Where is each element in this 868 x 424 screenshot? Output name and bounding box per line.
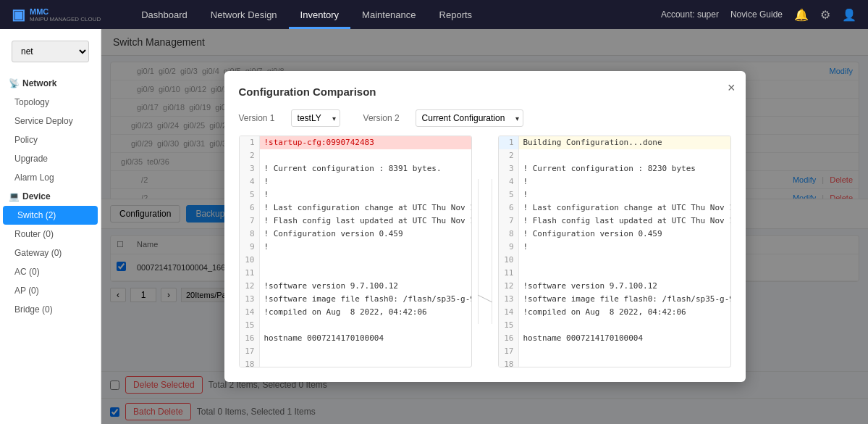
version2-label: Version 2 [363, 113, 400, 123]
network-section-header: 📡 Network [0, 74, 101, 93]
sidebar-item-topology[interactable]: Topology [0, 93, 101, 112]
diff-panels: 1!startup-cfg:099074248323! Current conf… [239, 136, 731, 367]
wifi-icon: 📡 [9, 78, 20, 88]
diff-connector-svg [478, 179, 492, 324]
main-content: Switch Management gi0/1 gi0/2 gi0/3 gi0/… [101, 29, 868, 424]
sidebar-item-service-deploy[interactable]: Service Deploy [0, 112, 101, 130]
sidebar-item-bridge[interactable]: Bridge (0) [0, 300, 101, 319]
sidebar-item-ap[interactable]: AP (0) [0, 281, 101, 300]
diff-panel-right: 1Building Configuration...done23! Curren… [498, 136, 731, 367]
version2-select-wrapper[interactable]: Current Configuration [416, 109, 523, 127]
nav-right: Account: super Novice Guide 🔔 ⚙ 👤 [661, 8, 856, 22]
account-info: Account: super [661, 9, 719, 20]
version1-select[interactable]: testLY [291, 109, 340, 127]
sidebar-item-gateway[interactable]: Gateway (0) [0, 244, 101, 262]
device-icon: 💻 [9, 191, 20, 201]
nav-links: Dashboard Network Design Inventory Maint… [130, 0, 644, 29]
nav-dashboard[interactable]: Dashboard [130, 0, 199, 29]
network-dropdown[interactable]: net [12, 41, 89, 62]
device-section-header: 💻 Device [0, 187, 101, 206]
configuration-comparison-modal: Configuration Comparison × Version 1 tes… [224, 71, 746, 382]
version1-select-wrapper[interactable]: testLY [291, 109, 340, 127]
user-avatar[interactable]: 👤 [842, 8, 856, 22]
sidebar: net 📡 Network Topology Service Deploy Po… [0, 29, 101, 424]
diff-connector [478, 136, 492, 367]
gear-icon[interactable]: ⚙ [820, 8, 830, 22]
sidebar-item-alarm-log[interactable]: Alarm Log [0, 168, 101, 187]
sidebar-item-policy[interactable]: Policy [0, 130, 101, 149]
bell-icon[interactable]: 🔔 [794, 8, 809, 22]
version2-select[interactable]: Current Configuration [416, 109, 523, 127]
modal-title: Configuration Comparison [239, 86, 731, 98]
sidebar-item-router[interactable]: Router (0) [0, 225, 101, 244]
nav-maintenance[interactable]: Maintenance [350, 0, 427, 29]
modal-overlay: Configuration Comparison × Version 1 tes… [101, 29, 868, 424]
logo: ▣ MMC MAIPU MANAGED CLOUD [12, 6, 101, 23]
nav-reports[interactable]: Reports [428, 0, 484, 29]
modal-close-button[interactable]: × [728, 81, 736, 94]
nav-network-design[interactable]: Network Design [199, 0, 289, 29]
diff-panel-left: 1!startup-cfg:099074248323! Current conf… [239, 136, 472, 367]
top-navigation: ▣ MMC MAIPU MANAGED CLOUD Dashboard Netw… [0, 0, 868, 29]
modal-versions: Version 1 testLY Version 2 Current Confi… [239, 109, 731, 127]
logo-subtext: MAIPU MANAGED CLOUD [30, 16, 101, 22]
sidebar-item-switch[interactable]: Switch (2) [3, 206, 98, 225]
logo-icon: ▣ [12, 6, 25, 23]
main-layout: net 📡 Network Topology Service Deploy Po… [0, 29, 868, 424]
nav-inventory[interactable]: Inventory [289, 0, 350, 29]
version1-label: Version 1 [239, 113, 275, 123]
sidebar-item-ac[interactable]: AC (0) [0, 262, 101, 281]
novice-guide[interactable]: Novice Guide [730, 9, 783, 20]
logo-text: MMC [30, 7, 101, 16]
sidebar-item-upgrade[interactable]: Upgrade [0, 149, 101, 168]
